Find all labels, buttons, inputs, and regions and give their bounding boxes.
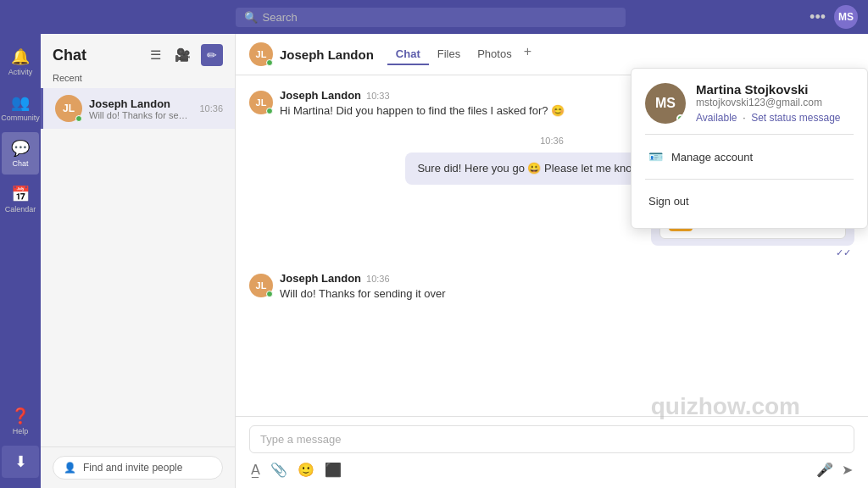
chat-list-title: Chat — [53, 47, 86, 64]
message-time: 10:36 — [366, 274, 390, 284]
chat-list-bottom: 👤 Find and invite people — [41, 446, 235, 488]
filter-button[interactable]: ☰ — [147, 46, 164, 64]
read-receipt: ✓✓ — [836, 247, 854, 258]
sign-out-label: Sign out — [648, 195, 689, 208]
online-indicator — [266, 108, 273, 114]
sidebar-item-label: Chat — [12, 159, 28, 168]
profile-name: Martina Stojkovski — [696, 82, 841, 97]
find-people-label: Find and invite people — [83, 462, 182, 474]
sidebar-item-activity[interactable]: 🔔 Activity — [2, 41, 39, 83]
profile-avatar: MS — [645, 83, 686, 124]
avatar: JL — [249, 274, 273, 297]
community-icon: 👥 — [11, 93, 30, 112]
top-bar-right: ••• MS — [810, 5, 858, 29]
chat-header-avatar: JL — [249, 42, 273, 66]
attach-icon[interactable]: 📎 — [269, 460, 289, 480]
tab-chat[interactable]: Chat — [387, 44, 429, 65]
chat-list-header: Chat ☰ 🎥 ✏ — [41, 34, 235, 73]
message-preview: Will do! Thanks for sending it over — [89, 110, 192, 120]
profile-status: Available · Set status message — [696, 112, 841, 124]
tab-photos[interactable]: Photos — [469, 44, 520, 65]
manage-account-icon: 🪪 — [648, 150, 663, 164]
popup-divider — [645, 134, 854, 135]
format-icon[interactable]: A̲ — [249, 460, 262, 480]
message-input-placeholder: Type a message — [249, 425, 854, 453]
contact-info: Joseph Landon Will do! Thanks for sendin… — [89, 97, 192, 120]
find-people-button[interactable]: 👤 Find and invite people — [53, 456, 223, 480]
online-indicator — [266, 59, 273, 66]
sidebar-item-label: Community — [1, 114, 40, 122]
message-content: Joseph Landon 10:36 Will do! Thanks for … — [280, 272, 854, 302]
sidebar-item-community[interactable]: 👥 Community — [2, 86, 39, 129]
chat-list-items: JL Joseph Landon Will do! Thanks for sen… — [41, 88, 235, 446]
profile-popup: MS Martina Stojkovski mstojkovski123@gma… — [631, 68, 868, 229]
chat-icon: 💬 — [11, 139, 30, 158]
message-time: 10:36 — [199, 103, 223, 114]
video-button[interactable]: 🎥 — [171, 46, 194, 64]
message-sender: Joseph Landon — [280, 89, 361, 102]
message-text: Will do! Thanks for sending it over — [280, 286, 854, 302]
message-sender: Joseph Landon — [280, 272, 361, 285]
sidebar-item-label: Help — [13, 427, 29, 435]
manage-account-item[interactable]: 🪪 Manage account — [645, 143, 854, 170]
download-icon: ⬇ — [14, 452, 27, 471]
calendar-icon: 📅 — [11, 185, 30, 203]
sidebar-item-calendar[interactable]: 📅 Calendar — [2, 178, 39, 220]
sidebar-item-label: Activity — [8, 68, 33, 76]
message-input-area: Type a message A̲ 📎 🙂 ⬛ 🎤 ➤ — [236, 416, 868, 488]
list-item[interactable]: JL Joseph Landon Will do! Thanks for sen… — [41, 88, 235, 129]
gif-icon[interactable]: ⬛ — [323, 460, 343, 480]
main-content: 🔔 Activity 👥 Community 💬 Chat 📅 Calendar… — [0, 34, 868, 488]
toolbar-right: 🎤 ➤ — [815, 460, 854, 480]
search-input[interactable] — [263, 11, 617, 24]
sign-out-item[interactable]: Sign out — [645, 188, 854, 214]
search-box[interactable]: 🔍 — [236, 8, 626, 27]
recent-label: Recent — [41, 73, 235, 88]
sidebar-item-download[interactable]: ⬇ — [2, 446, 39, 478]
chat-list-panel: Chat ☰ 🎥 ✏ Recent JL Joseph Landon Will … — [41, 34, 236, 488]
avatar: JL — [249, 91, 273, 114]
profile-online-dot — [676, 114, 685, 123]
send-icon[interactable]: ➤ — [840, 460, 854, 480]
tab-files[interactable]: Files — [429, 44, 469, 65]
online-indicator — [75, 115, 82, 122]
top-bar: 🔍 ••• MS — [0, 0, 868, 34]
chat-header-name: Joseph Landon — [280, 47, 374, 62]
find-people-icon: 👤 — [64, 462, 76, 474]
sidebar-item-help[interactable]: ❓ Help — [2, 400, 39, 442]
set-status-link[interactable]: Set status message — [751, 112, 840, 124]
popup-divider — [645, 179, 854, 180]
message-group: JL Joseph Landon 10:36 Will do! Thanks f… — [249, 272, 854, 302]
chat-list-icons: ☰ 🎥 ✏ — [147, 44, 223, 66]
profile-info: Martina Stojkovski mstojkovski123@gmail.… — [696, 82, 841, 124]
user-avatar[interactable]: MS — [834, 5, 858, 29]
contact-name: Joseph Landon — [89, 97, 192, 110]
more-options-icon[interactable]: ••• — [810, 8, 826, 26]
sidebar-nav: 🔔 Activity 👥 Community 💬 Chat 📅 Calendar… — [0, 34, 41, 488]
manage-account-label: Manage account — [671, 151, 753, 164]
sidebar-item-chat[interactable]: 💬 Chat — [2, 132, 39, 175]
help-icon: ❓ — [11, 407, 30, 425]
toolbar-left: A̲ 📎 🙂 ⬛ — [249, 460, 343, 480]
activity-icon: 🔔 — [11, 47, 30, 66]
search-icon: 🔍 — [244, 11, 258, 24]
chat-main: JL Joseph Landon Chat Files Photos + JL — [236, 34, 868, 488]
profile-popup-header: MS Martina Stojkovski mstojkovski123@gma… — [645, 82, 854, 124]
sidebar-item-label: Calendar — [5, 205, 36, 214]
table-row: JL Joseph Landon 10:36 Will do! Thanks f… — [249, 272, 854, 302]
message-toolbar: A̲ 📎 🙂 ⬛ 🎤 ➤ — [249, 460, 854, 480]
chat-header-tabs: Chat Files Photos + — [387, 44, 535, 64]
online-indicator — [266, 291, 273, 297]
audio-icon[interactable]: 🎤 — [815, 460, 835, 480]
add-tab-button[interactable]: + — [520, 44, 535, 64]
emoji-icon[interactable]: 🙂 — [296, 460, 316, 480]
message-time: 10:33 — [366, 91, 390, 101]
message-meta: Joseph Landon 10:36 — [280, 272, 854, 285]
profile-email: mstojkovski123@gmail.com — [696, 97, 841, 108]
avatar: JL — [55, 95, 82, 122]
compose-button[interactable]: ✏ — [201, 44, 223, 66]
